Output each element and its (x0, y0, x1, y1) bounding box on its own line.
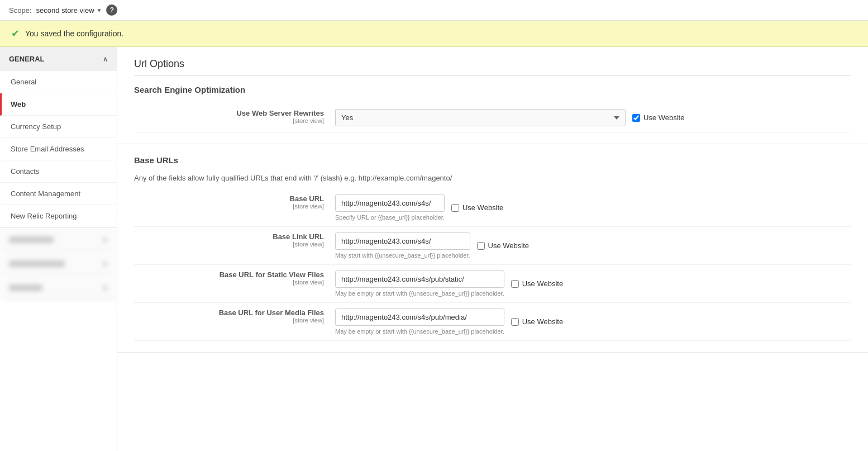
use-web-server-rewrites-select[interactable]: Yes (335, 109, 626, 126)
sidebar-item-web[interactable]: Web (0, 93, 117, 116)
base-urls-title: Base URLs (134, 155, 851, 165)
base-link-url-label: Base Link URL (273, 232, 324, 241)
base-url-static-hint: May be empty or start with {{unsecure_ba… (335, 290, 504, 297)
sidebar-item-content-management[interactable]: Content Management (0, 183, 117, 205)
seo-title: Search Engine Optimization (134, 85, 851, 94)
sidebar-item-store-email[interactable]: Store Email Addresses (0, 138, 117, 160)
base-url-static-input[interactable]: http://magento243.com/s4s/pub/static/ (335, 270, 504, 288)
sidebar-item-contacts[interactable]: Contacts (0, 160, 117, 183)
base-link-url-input-group: http://magento243.com/s4s/ May start wit… (335, 232, 470, 259)
success-banner: ✔ You saved the configuration. (0, 21, 868, 47)
base-url-media-label-group: Base URL for User Media Files [store vie… (134, 308, 335, 324)
sidebar: GENERAL ∧ General Web Currency Setup Sto… (0, 47, 117, 451)
sidebar-collapsed-2[interactable]: ∨ (0, 252, 117, 276)
use-web-server-rewrites-row: Use Web Server Rewrites [store view] Yes… (134, 103, 851, 132)
use-website-checkbox-1[interactable] (477, 242, 485, 250)
sidebar-collapsed-3[interactable]: ∨ (0, 276, 117, 300)
sidebar-item-new-relic[interactable]: New Relic Reporting (0, 205, 117, 227)
url-options-title: Url Options (134, 58, 851, 70)
scope-label: Scope: (9, 6, 31, 15)
chevron-up-icon: ∧ (103, 55, 108, 63)
sidebar-section-general-header[interactable]: GENERAL ∧ (0, 47, 117, 71)
chevron-down-icon-3: ∨ (103, 284, 108, 292)
use-web-server-rewrites-sub: [store view] (134, 117, 324, 124)
scope-value: second store view (36, 6, 94, 15)
use-website-label-3: Use Website (522, 317, 563, 326)
base-link-url-row: Base Link URL [store view] http://magent… (134, 227, 851, 265)
success-message: You saved the configuration. (25, 29, 123, 38)
base-url-static-row: Base URL for Static View Files [store vi… (134, 265, 851, 303)
sidebar-section-label: GENERAL (9, 55, 45, 63)
main-layout: GENERAL ∧ General Web Currency Setup Sto… (0, 47, 868, 451)
use-website-label-2: Use Website (522, 279, 563, 288)
collapsed-text-3 (9, 284, 42, 291)
base-urls-info: Any of the fields allow fully qualified … (134, 174, 851, 182)
content-area: Url Options Search Engine Optimization U… (117, 47, 868, 451)
chevron-down-icon: ▼ (97, 7, 102, 13)
base-url-media-input[interactable]: http://magento243.com/s4s/pub/media/ (335, 308, 504, 326)
base-url-label: Base URL (290, 194, 324, 203)
base-url-hint: Specify URL or {{base_url}} placeholder. (335, 214, 445, 221)
base-url-label-group: Base URL [store view] (134, 194, 335, 210)
base-url-static-label-group: Base URL for Static View Files [store vi… (134, 270, 335, 286)
sidebar-item-currency-setup[interactable]: Currency Setup (0, 116, 117, 138)
sidebar-collapsed-1[interactable]: ∨ (0, 228, 117, 252)
base-url-media-row: Base URL for User Media Files [store vie… (134, 303, 851, 341)
chevron-down-icon-1: ∨ (103, 236, 108, 244)
base-url-input-group: http://magento243.com/s4s/ Specify URL o… (335, 194, 445, 221)
use-website-checkbox-3[interactable] (511, 318, 519, 326)
base-url-static-sub: [store view] (134, 279, 324, 286)
top-bar: Scope: second store view ▼ ? (0, 0, 868, 21)
base-urls-section: Base URLs Any of the fields allow fully … (117, 144, 868, 353)
base-url-media-control: http://magento243.com/s4s/pub/media/ May… (335, 308, 851, 335)
use-web-server-rewrites-control: Yes Use Website (335, 109, 851, 126)
url-options-section: Url Options Search Engine Optimization U… (117, 47, 868, 144)
sidebar-section-general: GENERAL ∧ General Web Currency Setup Sto… (0, 47, 117, 228)
use-website-checkbox-2[interactable] (511, 280, 519, 288)
use-web-server-rewrites-label-group: Use Web Server Rewrites [store view] (134, 109, 335, 124)
base-link-url-sub: [store view] (134, 241, 324, 248)
base-link-url-label-group: Base Link URL [store view] (134, 232, 335, 248)
base-link-url-input[interactable]: http://magento243.com/s4s/ (335, 232, 470, 250)
base-url-static-input-group: http://magento243.com/s4s/pub/static/ Ma… (335, 270, 504, 297)
base-url-input[interactable]: http://magento243.com/s4s/ (335, 194, 445, 212)
base-url-media-sub: [store view] (134, 317, 324, 324)
use-website-checkbox-seo[interactable] (632, 114, 640, 122)
base-url-row: Base URL [store view] http://magento243.… (134, 189, 851, 227)
base-url-control: http://magento243.com/s4s/ Specify URL o… (335, 194, 851, 221)
base-url-sub: [store view] (134, 203, 324, 210)
use-website-label-1: Use Website (488, 241, 529, 250)
base-link-url-control: http://magento243.com/s4s/ May start wit… (335, 232, 851, 259)
help-icon[interactable]: ? (106, 4, 117, 16)
use-website-group-seo: Use Website (632, 113, 684, 122)
use-website-group-2: Use Website (511, 279, 563, 288)
sidebar-item-general[interactable]: General (0, 71, 117, 93)
use-web-server-rewrites-label: Use Web Server Rewrites (236, 109, 324, 117)
base-url-media-label: Base URL for User Media Files (219, 308, 324, 317)
chevron-down-icon-2: ∨ (103, 260, 108, 268)
collapsed-text-1 (9, 236, 54, 243)
use-website-group-3: Use Website (511, 317, 563, 326)
use-website-group-0: Use Website (451, 203, 503, 212)
use-website-label-0: Use Website (462, 203, 503, 212)
base-url-static-control: http://magento243.com/s4s/pub/static/ Ma… (335, 270, 851, 297)
base-url-media-input-group: http://magento243.com/s4s/pub/media/ May… (335, 308, 504, 335)
check-icon: ✔ (11, 27, 20, 40)
base-url-static-label: Base URL for Static View Files (220, 270, 324, 279)
scope-selector[interactable]: second store view ▼ (36, 6, 102, 15)
collapsed-text-2 (9, 260, 65, 267)
use-website-group-1: Use Website (477, 241, 529, 250)
use-website-checkbox-0[interactable] (451, 204, 459, 212)
base-link-url-hint: May start with {{unsecure_base_url}} pla… (335, 252, 470, 259)
base-url-media-hint: May be empty or start with {{unsecure_ba… (335, 328, 504, 335)
use-website-label-seo: Use Website (643, 113, 684, 122)
